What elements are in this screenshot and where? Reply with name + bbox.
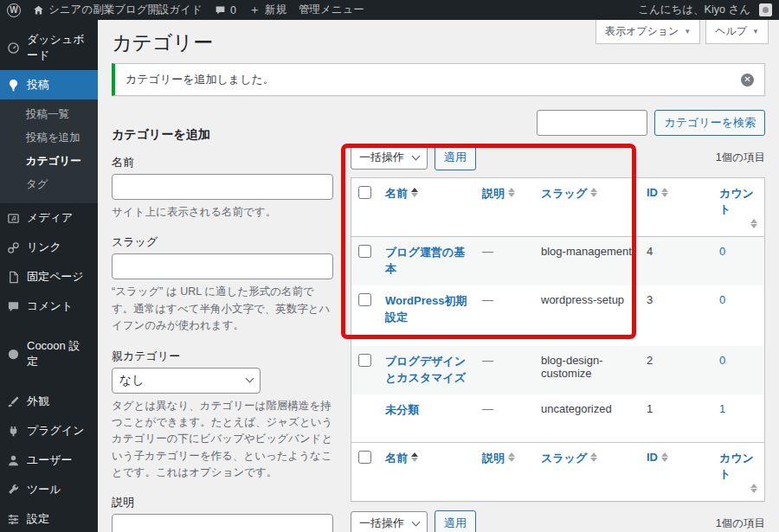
sidebar-item-dashboard[interactable]: ダッシュボード (0, 25, 98, 70)
search-categories-button[interactable]: カテゴリーを検索 (654, 110, 765, 136)
name-hint: サイト上に表示される名前です。 (112, 204, 333, 221)
category-name-link[interactable]: 未分類 (385, 403, 419, 416)
sidebar-item-comments[interactable]: コメント (0, 292, 98, 321)
caret-down-icon: ▼ (684, 28, 691, 35)
sort-by-id[interactable]: ID (647, 186, 668, 199)
category-count-link[interactable]: 0 (719, 293, 725, 306)
sidebar-item-posts[interactable]: 投稿 (0, 70, 98, 99)
help-button[interactable]: ヘルプ ▼ (705, 20, 769, 44)
sidebar-item-users[interactable]: ユーザー (0, 445, 98, 475)
sort-by-id[interactable]: ID (647, 451, 668, 464)
sort-arrows-icon (508, 452, 515, 462)
sort-by-name[interactable]: 名前 (385, 451, 418, 466)
avatar (759, 3, 772, 16)
caret-down-icon: ▼ (752, 28, 759, 35)
items-count: 1個の項目 (716, 516, 765, 531)
sidebar-item-add-post[interactable]: 投稿を追加 (0, 126, 98, 150)
sort-by-name[interactable]: 名前 (385, 186, 418, 202)
plugin-icon (7, 425, 20, 438)
link-icon (7, 241, 20, 254)
cocoon-icon (7, 348, 20, 361)
category-slug: blog-design-customize (541, 354, 603, 380)
sidebar-item-links[interactable]: リンク (0, 233, 98, 262)
category-description-textarea[interactable] (112, 514, 333, 532)
comment-count: 0 (230, 4, 236, 16)
plus-icon: ＋ (248, 3, 261, 18)
apply-button[interactable]: 適用 (435, 510, 476, 532)
screen-options-button[interactable]: 表示オプション ▼ (596, 20, 700, 44)
sort-arrows-icon (590, 452, 597, 462)
sort-arrows-icon (750, 219, 757, 228)
name-label: 名前 (112, 155, 333, 170)
admin-menu-button[interactable]: 管理メニュー (299, 3, 364, 17)
sidebar-item-plugins[interactable]: プラグイン (0, 416, 98, 445)
sidebar-item-tags[interactable]: タグ (0, 173, 98, 196)
comments-shortcut[interactable]: 0 (215, 4, 236, 16)
chevron-down-icon (246, 375, 254, 383)
sort-arrows-icon (508, 188, 515, 197)
apply-button[interactable]: 適用 (435, 144, 476, 170)
posts-submenu: 投稿一覧 投稿を追加 カテゴリー タグ (0, 99, 98, 203)
category-slug-input[interactable] (112, 253, 333, 279)
category-name-input[interactable] (112, 174, 333, 200)
dashboard-icon (7, 42, 20, 54)
sidebar-item-appearance[interactable]: 外観 (0, 387, 98, 416)
wrench-icon (7, 484, 20, 497)
new-content-button[interactable]: ＋ 新規 (248, 3, 286, 18)
bulk-actions-select[interactable]: 一括操作 (351, 145, 428, 170)
category-id: 2 (647, 354, 653, 367)
site-name-link[interactable]: シニアの副業ブログ開設ガイド (33, 3, 203, 17)
page-icon (7, 271, 20, 284)
category-count-link[interactable]: 1 (719, 402, 725, 415)
category-name-link[interactable]: ブログ運営の基本 (385, 246, 465, 275)
row-checkbox[interactable] (358, 354, 371, 367)
add-category-form: カテゴリーを追加 名前 サイト上に表示される名前です。 スラッグ “スラッグ” … (112, 105, 333, 532)
category-id: 3 (647, 293, 653, 306)
home-icon (33, 4, 44, 16)
greeting-text: こんにちは、Kiyo さん (638, 3, 750, 17)
sort-by-slug[interactable]: スラッグ (541, 186, 597, 202)
search-input[interactable] (537, 110, 647, 136)
site-name: シニアの副業ブログ開設ガイド (48, 3, 203, 17)
row-checkbox[interactable] (358, 293, 371, 306)
category-count-link[interactable]: 0 (719, 245, 725, 258)
sidebar-item-media[interactable]: メディア (0, 203, 98, 233)
sidebar-item-posts-list[interactable]: 投稿一覧 (0, 103, 98, 126)
pin-icon (7, 79, 20, 92)
sort-arrows-icon (661, 188, 668, 197)
category-slug: wordpress-setup (541, 293, 624, 306)
slug-hint: “スラッグ” は URL に適した形式の名前です。通常はすべて半角小文字で、英数… (112, 284, 333, 334)
account-menu[interactable]: こんにちは、Kiyo さん (638, 3, 772, 17)
select-all-checkbox[interactable] (358, 451, 371, 464)
wordpress-logo-icon[interactable]: W (7, 3, 21, 17)
category-description: — (482, 293, 493, 306)
sort-by-count[interactable]: カウント (719, 451, 757, 493)
sidebar-item-cocoon-settings[interactable]: Cocoon 設定 (0, 331, 98, 376)
select-all-checkbox[interactable] (358, 186, 371, 199)
bulk-actions-select[interactable]: 一括操作 (351, 511, 428, 532)
sidebar-item-categories[interactable]: カテゴリー (0, 150, 98, 173)
sort-by-description[interactable]: 説明 (482, 451, 515, 466)
parent-category-label: 親カテゴリー (112, 349, 333, 364)
category-description: — (482, 354, 493, 367)
sort-by-description[interactable]: 説明 (482, 186, 515, 202)
success-notice: カテゴリーを追加しました。 ✕ (112, 63, 765, 96)
parent-category-select[interactable]: なし (112, 368, 261, 394)
sidebar-item-tools[interactable]: ツール (0, 475, 98, 504)
category-count-link[interactable]: 0 (719, 354, 725, 367)
row-checkbox[interactable] (358, 245, 371, 258)
sort-by-count[interactable]: カウント (719, 186, 757, 228)
category-description: — (482, 402, 493, 415)
sidebar-item-settings[interactable]: 設定 (0, 504, 98, 532)
category-name-link[interactable]: ブログデザインとカスタマイズ (385, 355, 466, 384)
sort-by-slug[interactable]: スラッグ (541, 451, 597, 466)
category-id: 4 (647, 245, 653, 258)
comment-icon (7, 300, 20, 313)
chevron-down-icon (412, 151, 421, 160)
chevron-down-icon (412, 517, 421, 526)
sidebar-item-pages[interactable]: 固定ページ (0, 262, 98, 292)
dismiss-notice-icon[interactable]: ✕ (741, 74, 754, 87)
media-icon (7, 212, 20, 225)
category-name-link[interactable]: WordPress初期設定 (385, 294, 467, 324)
sort-arrows-icon (411, 452, 418, 462)
